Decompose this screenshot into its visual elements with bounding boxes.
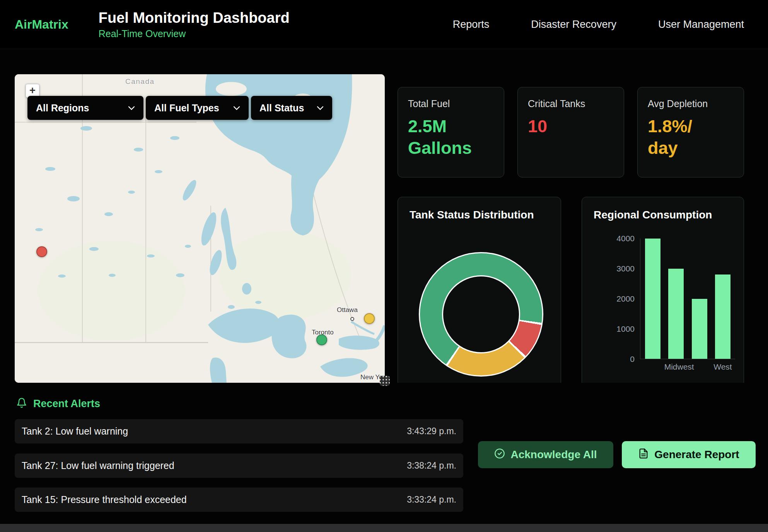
stat-card-avg-depletion: Avg Depletion 1.8%/ day	[637, 87, 744, 177]
nav-disaster-recovery[interactable]: Disaster Recovery	[531, 19, 616, 31]
stats-row: Total Fuel 2.5M Gallons Critical Tanks 1…	[398, 87, 744, 177]
main-nav: Reports Disaster Recovery User Managemen…	[453, 19, 744, 31]
map-panel[interactable]: + All Regions All Fuel Types All Status	[15, 74, 385, 383]
alert-text: Tank 2: Low fuel warning	[22, 426, 128, 437]
fuel-type-filter-value: All Fuel Types	[154, 102, 219, 114]
donut-wrap	[410, 252, 552, 377]
acknowledge-all-button[interactable]: Acknowledge All	[478, 441, 613, 468]
stat-card-total-fuel: Total Fuel 2.5M Gallons	[398, 87, 504, 177]
alerts-header: Recent Alerts	[16, 397, 100, 410]
chevron-down-icon	[128, 106, 135, 110]
map-canvas[interactable]	[15, 74, 385, 383]
acknowledge-all-label: Acknowledge All	[510, 448, 597, 461]
bar	[664, 239, 688, 359]
page-title: Fuel Monitoring Dashboard	[99, 10, 290, 26]
stat-label: Total Fuel	[408, 98, 494, 109]
alert-row[interactable]: Tank 2: Low fuel warning 3:43:29 p.m.	[15, 419, 463, 443]
alert-row[interactable]: Tank 15: Pressure threshold exceeded 3:3…	[15, 488, 463, 512]
y-tick-label: 2000	[616, 294, 635, 304]
stat-value: 1.8%/ day	[648, 116, 734, 159]
title-block: Fuel Monitoring Dashboard Real-Time Over…	[99, 10, 290, 39]
stat-card-critical-tanks: Critical Tanks 10	[517, 87, 624, 177]
check-circle-icon	[494, 448, 505, 462]
alert-time: 3:38:24 p.m.	[407, 460, 456, 471]
generate-report-label: Generate Report	[654, 448, 739, 461]
y-tick-label: 4000	[616, 234, 635, 243]
y-tick-label: 1000	[616, 324, 635, 334]
nav-reports[interactable]: Reports	[453, 19, 490, 31]
x-tick-label: Midwest	[664, 362, 688, 372]
chart-title: Tank Status Distribution	[410, 209, 552, 221]
nav-user-management[interactable]: User Management	[658, 19, 744, 31]
x-tick-label	[688, 362, 711, 372]
metrics-column: Total Fuel 2.5M Gallons Critical Tanks 1…	[398, 87, 744, 383]
status-filter-value: All Status	[259, 102, 304, 114]
alert-text: Tank 15: Pressure threshold exceeded	[22, 494, 187, 505]
bell-icon	[16, 397, 27, 410]
bar	[688, 239, 711, 359]
alert-time: 3:33:24 p.m.	[407, 494, 456, 505]
bar-y-axis: 40003000200010000	[594, 239, 640, 359]
document-icon	[638, 448, 649, 462]
stat-label: Critical Tanks	[528, 98, 614, 109]
x-tick-label: West	[711, 362, 734, 372]
alert-time: 3:43:29 p.m.	[407, 426, 456, 437]
bar	[641, 239, 664, 359]
fuel-monitoring-dashboard: AirMatrix Fuel Monitoring Dashboard Real…	[0, 0, 768, 532]
chevron-down-icon	[233, 106, 240, 110]
fuel-type-filter-select[interactable]: All Fuel Types	[146, 96, 249, 120]
brand-logo[interactable]: AirMatrix	[15, 17, 68, 32]
alert-row[interactable]: Tank 27: Low fuel warning triggered 3:38…	[15, 454, 463, 478]
stat-value: 10	[528, 116, 614, 137]
bar-x-labels: MidwestWest	[640, 362, 735, 372]
alert-text: Tank 27: Low fuel warning triggered	[22, 460, 174, 471]
y-tick-label: 0	[630, 355, 635, 364]
tank-status-card: Tank Status Distribution	[398, 197, 561, 383]
chart-title: Regional Consumption	[594, 209, 735, 221]
tank-marker-warning[interactable]	[364, 313, 375, 324]
regional-consumption-card: Regional Consumption 40003000200010000 M…	[582, 197, 744, 383]
regional-bar-chart: 40003000200010000 MidwestWest	[594, 239, 735, 372]
bar-plot-column: MidwestWest	[640, 239, 735, 372]
alerts-title: Recent Alerts	[33, 398, 100, 410]
horizontal-scrollbar[interactable]	[0, 524, 768, 532]
region-filter-select[interactable]: All Regions	[27, 96, 143, 120]
chevron-down-icon	[317, 106, 324, 110]
ottawa-city-dot	[350, 317, 354, 321]
tank-marker-normal[interactable]	[316, 334, 327, 345]
generate-report-button[interactable]: Generate Report	[622, 441, 756, 468]
bar-plot	[640, 239, 735, 359]
resize-grip-handle[interactable]	[380, 376, 390, 386]
map-label-canada: Canada	[125, 77, 155, 86]
x-tick-label	[641, 362, 664, 372]
map-filters: All Regions All Fuel Types All Status	[27, 96, 332, 120]
page-subtitle: Real-Time Overview	[99, 28, 290, 39]
stat-value: 2.5M Gallons	[408, 116, 494, 159]
bar	[711, 239, 734, 359]
stat-label: Avg Depletion	[648, 98, 734, 109]
status-filter-select[interactable]: All Status	[251, 96, 332, 120]
charts-row: Tank Status Distribution Regional Consum…	[398, 197, 744, 383]
region-filter-value: All Regions	[36, 102, 89, 114]
tank-marker-critical[interactable]	[36, 246, 47, 257]
map-label-ottawa: Ottawa	[337, 306, 358, 314]
y-tick-label: 3000	[616, 264, 635, 273]
tank-status-donut	[419, 252, 543, 377]
header: AirMatrix Fuel Monitoring Dashboard Real…	[0, 0, 768, 49]
